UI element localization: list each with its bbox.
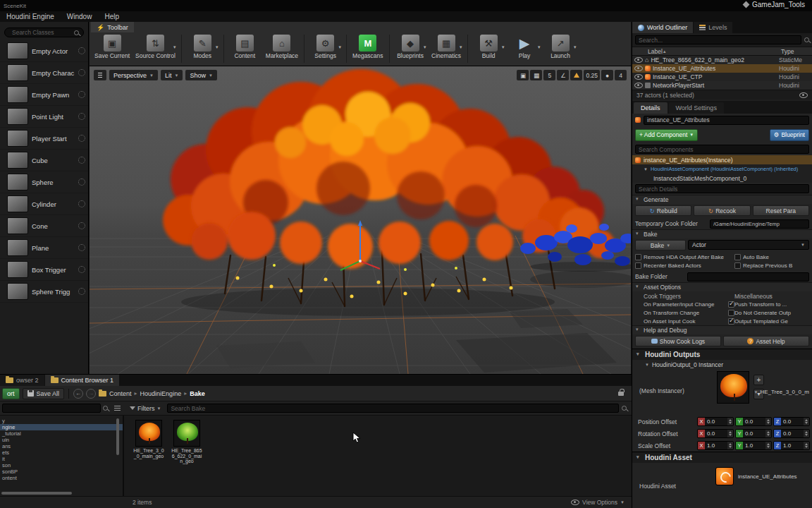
checkbox-icon[interactable] (734, 262, 741, 269)
camera-speed-value[interactable]: 4 (615, 70, 627, 80)
section-help-debug[interactable]: Help and Debug (632, 325, 812, 334)
visibility-eye-icon[interactable] (634, 57, 643, 63)
visibility-eye-icon[interactable] (634, 83, 643, 88)
import-button[interactable]: ort (2, 388, 20, 399)
blueprints-button[interactable]: ◆Blueprints▼ (393, 33, 428, 61)
breadcrumb-houdiniengine[interactable]: HoudiniEngine (140, 390, 182, 397)
spinner-icon[interactable] (804, 442, 809, 449)
menu-houdini-engine[interactable]: Houdini Engine (0, 13, 61, 20)
spinner-icon[interactable] (765, 430, 771, 437)
rotation-z-field[interactable]: Z0.0 (773, 429, 810, 438)
asset-tile-he-tree-3[interactable]: HE_Tree_3_0_0_main_geo (133, 420, 165, 459)
reset-parameters-button[interactable]: Reset Para (753, 205, 809, 216)
place-actor-plane[interactable]: Plane (0, 237, 88, 259)
place-actor-sphere[interactable]: Sphere (0, 171, 88, 193)
section-houdini-asset[interactable]: Houdini Asset (632, 452, 812, 463)
viewport[interactable]: Perspective▼ Lit▼ Show▼ ▣ ▦ 5 ∠ 0.25 ● 4 (90, 66, 631, 374)
spinner-icon[interactable] (804, 430, 809, 437)
folder-item[interactable]: ans (0, 443, 123, 449)
outliner-header[interactable]: Label▲Type (632, 47, 812, 56)
save-current-button[interactable]: ▣Save Current (92, 33, 132, 61)
spinner-icon[interactable] (804, 418, 809, 425)
visibility-eye-icon[interactable] (634, 74, 643, 80)
spinner-icon[interactable] (727, 418, 733, 425)
show-dropdown[interactable]: Show▼ (185, 70, 216, 80)
folder-item[interactable]: sonBP (0, 468, 123, 475)
outliner-row[interactable]: Instance_UE_CTPHoudini (632, 73, 812, 81)
filters-button[interactable]: Filters▼ (127, 405, 164, 412)
outliner-row[interactable]: Instance_UE_AttributesHoudini (632, 64, 812, 73)
bake-folder-input[interactable] (687, 272, 809, 282)
view-options-button[interactable]: View Options▼ (571, 499, 625, 506)
tab-levels[interactable]: Levels (694, 22, 732, 33)
component-root[interactable]: instance_UE_Attributes(Instance) (632, 155, 812, 164)
sources-toggle-icon[interactable] (114, 408, 121, 409)
add-instance-button[interactable]: + (753, 375, 764, 385)
folder-item[interactable]: _tutorial (0, 430, 123, 437)
scale-y-field[interactable]: Y1.0 (735, 441, 772, 450)
position-y-field[interactable]: Y0.0 (735, 417, 772, 426)
checkbox-icon[interactable] (635, 262, 641, 269)
menu-help[interactable]: Help (98, 13, 125, 20)
houdini-logo-thumbnail[interactable] (715, 467, 734, 485)
place-actor-empty-actor[interactable]: Empty Actor (0, 40, 88, 62)
search-details-input[interactable] (635, 184, 809, 193)
modes-button[interactable]: ✎Modes▼ (185, 33, 220, 61)
checkbox-icon[interactable] (728, 301, 734, 308)
cook-folder-input[interactable] (710, 219, 809, 229)
forward-button[interactable]: → (86, 389, 96, 399)
output-templated-label[interactable]: Output Templated Ge (734, 318, 809, 325)
place-actor-cylinder[interactable]: Cylinder (0, 193, 88, 215)
spinner-icon[interactable] (727, 442, 733, 449)
lock-button[interactable] (618, 389, 624, 397)
section-generate[interactable]: Generate (632, 195, 812, 204)
checkbox-icon[interactable] (728, 310, 734, 316)
remove-hda-output-checkbox[interactable]: Remove HDA Output After Bake (635, 254, 732, 260)
recenter-baked-actors-checkbox[interactable]: Recenter Baked Actors (635, 262, 732, 269)
place-actor-cone[interactable]: Cone (0, 215, 88, 237)
source-control-button[interactable]: ⇅Source Control▼ (133, 33, 178, 61)
asset-tile-he-tree-8656[interactable]: HE_Tree_8656_622_0_main_geo (171, 420, 203, 464)
megascans-button[interactable]: MMegascans (350, 33, 385, 61)
breadcrumb-bake[interactable]: Bake (190, 390, 205, 397)
outliner-row[interactable]: ⌂HE_Tree_8656_622_0_main_geo2StaticMe (632, 56, 812, 64)
place-actors-search-input[interactable] (9, 28, 71, 37)
expand-arrow-icon[interactable]: ▼ (645, 363, 649, 367)
outliner-search-input[interactable] (635, 35, 801, 44)
viewport-options-button[interactable] (94, 70, 106, 80)
folder-item[interactable]: ontent (0, 475, 123, 481)
settings-button[interactable]: ⚙Settings▼ (308, 33, 343, 61)
position-z-field[interactable]: Z0.0 (773, 417, 810, 426)
folder-item-selected[interactable]: ngine (0, 424, 123, 430)
blueprint-button[interactable]: ⚙Blueprint (770, 129, 809, 141)
search-assets-input[interactable] (167, 404, 619, 413)
tab-content-browser-2[interactable]: owser 2 (0, 375, 44, 386)
position-x-field[interactable]: X0.0 (697, 417, 734, 426)
place-actors-search[interactable] (4, 28, 84, 37)
replace-previous-bake-checkbox[interactable]: Replace Previous B (734, 262, 809, 269)
add-component-button[interactable]: + Add Component▼ (635, 129, 698, 141)
place-actor-sphere-trigger[interactable]: Sphere Trigg (0, 281, 88, 303)
rebuild-button[interactable]: ↻Rebuild (635, 205, 691, 216)
checkbox-icon[interactable] (734, 254, 741, 260)
tab-world-outliner[interactable]: World Outliner (632, 22, 693, 33)
place-actor-empty-character[interactable]: Empty Charac (0, 62, 88, 84)
actor-name-input[interactable] (644, 116, 809, 125)
place-actor-empty-pawn[interactable]: Empty Pawn (0, 84, 88, 106)
folder-item[interactable]: uin (0, 437, 123, 443)
component-houdini-asset[interactable]: ▼HoudiniAssetComponent (HoudiniAssetComp… (632, 164, 812, 174)
rotation-y-field[interactable]: Y0.0 (735, 429, 772, 438)
visibility-eye-icon[interactable] (634, 66, 643, 71)
save-all-button[interactable]: Save All (23, 388, 65, 399)
play-button[interactable]: ▶Play▼ (508, 33, 542, 61)
folder-item[interactable]: y (0, 418, 123, 424)
horizontal-scrollbar[interactable] (1, 492, 72, 495)
grid-snap-value[interactable]: 5 (543, 70, 555, 80)
checkbox-icon[interactable] (728, 318, 734, 325)
component-instanced-static-mesh[interactable]: InstancedStaticMeshComponent_0 (632, 174, 812, 183)
folder-item[interactable]: ets (0, 449, 123, 456)
marketplace-button[interactable]: ⌂Marketplace (264, 33, 300, 61)
auto-bake-checkbox[interactable]: Auto Bake (734, 254, 809, 260)
cinematics-button[interactable]: ▦Cinematics▼ (429, 33, 464, 61)
spinner-icon[interactable] (765, 442, 771, 449)
